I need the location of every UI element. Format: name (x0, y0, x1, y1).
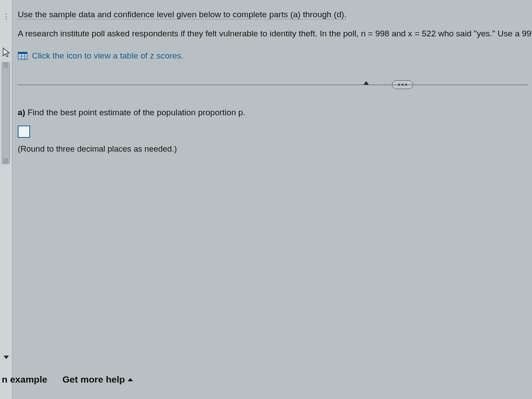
collapse-up-icon[interactable] (364, 81, 369, 85)
part-a-answer-input[interactable] (18, 125, 30, 138)
table-icon[interactable] (18, 52, 27, 60)
get-more-help-button[interactable]: Get more help (63, 374, 133, 385)
caret-up-icon (128, 378, 133, 381)
instruction-line-1: Use the sample data and confidence level… (18, 8, 528, 21)
help-label: Get more help (63, 374, 125, 385)
instruction-line-2: A research institute poll asked responde… (18, 27, 528, 40)
example-button[interactable]: n example (2, 374, 47, 385)
toolbar-dots-icon: ⋮ (3, 12, 10, 21)
footer-bar: n example Get more help (0, 370, 532, 389)
part-a-question-text: Find the best point estimate of the popu… (27, 108, 245, 117)
divider-line (18, 85, 528, 85)
vertical-scrollbar[interactable] (2, 62, 10, 164)
part-a-question: a) Find the best point estimate of the p… (18, 108, 528, 117)
part-a-label: a) (18, 108, 25, 117)
instruction-text-2: A research institute poll asked responde… (18, 29, 532, 38)
part-a-hint: (Round to three decimal places as needed… (18, 144, 528, 154)
instruction-text-1: Use the sample data and confidence level… (18, 10, 346, 20)
z-table-link[interactable]: Click the icon to view a table of z scor… (32, 51, 184, 61)
cursor-select-icon[interactable] (2, 47, 11, 58)
part-a-section: a) Find the best point estimate of the p… (18, 108, 528, 154)
scroll-down-icon[interactable] (4, 356, 9, 359)
z-table-link-row: Click the icon to view a table of z scor… (18, 51, 528, 61)
left-toolbar: ⋮ (0, 0, 12, 399)
question-content: Use the sample data and confidence level… (18, 8, 532, 154)
section-divider-wrap (18, 78, 528, 92)
